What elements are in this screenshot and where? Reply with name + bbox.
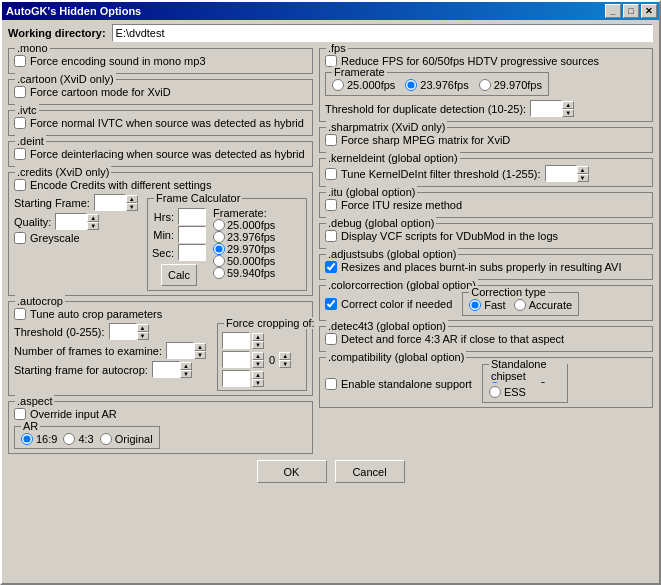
num-frames-spin-down[interactable]: ▼	[194, 351, 206, 359]
fps-radio-25[interactable]	[332, 79, 344, 91]
kerneldeint-spin-up[interactable]: ▲	[577, 166, 589, 174]
force-right-up[interactable]: ▲	[279, 352, 291, 360]
ar-radio-43[interactable]	[63, 433, 75, 445]
quality-spin-down[interactable]: ▼	[87, 222, 99, 230]
ar-43-label: 4:3	[78, 433, 93, 445]
ivtc-checkbox[interactable]	[14, 117, 26, 129]
starting-frame-input[interactable]	[94, 194, 126, 211]
greyscale-checkbox[interactable]	[14, 232, 26, 244]
fps-group: .fps Reduce FPS for 60/50fps HDTV progre…	[319, 48, 653, 122]
compatibility-checkbox[interactable]	[325, 378, 337, 390]
force-top-up[interactable]: ▲	[252, 333, 264, 341]
starting-frame-autocrop-spin-up[interactable]: ▲	[180, 362, 192, 370]
force-bottom-input[interactable]	[222, 351, 250, 368]
force-left-down[interactable]: ▼	[252, 379, 264, 387]
colorcorrection-checkbox[interactable]	[325, 298, 337, 310]
force-right-down[interactable]: ▼	[279, 360, 291, 368]
standalone-ess-radio[interactable]	[489, 386, 501, 398]
maximize-button[interactable]: □	[623, 4, 639, 18]
cancel-button[interactable]: Cancel	[335, 460, 405, 483]
fc-rate-59-label: 59.940fps	[227, 267, 275, 279]
quality-input[interactable]: 20	[55, 213, 87, 230]
deint-checkbox[interactable]	[14, 148, 26, 160]
correction-fast-radio[interactable]	[469, 299, 481, 311]
ar-43-row: 4:3	[63, 433, 93, 445]
correction-accurate-radio[interactable]	[514, 299, 526, 311]
credits-group: .credits (XviD only) Encode Credits with…	[8, 172, 313, 296]
fps-radio-23[interactable]	[405, 79, 417, 91]
sharpmatrix-group: .sharpmatrix (XviD only) Force sharp MPE…	[319, 127, 653, 153]
starting-frame-row: Starting Frame: ▲ ▼	[14, 194, 141, 211]
ar-radio-169[interactable]	[21, 433, 33, 445]
kerneldeint-spin-down[interactable]: ▼	[577, 174, 589, 182]
minimize-button[interactable]: _	[605, 4, 621, 18]
force-crop-group: Force cropping of: 10 ▲ ▼	[217, 323, 307, 391]
fps-radio-29[interactable]	[479, 79, 491, 91]
fps-content: Reduce FPS for 60/50fps HDTV progressive…	[325, 55, 647, 117]
fc-radio-25[interactable]	[213, 219, 225, 231]
compatibility-label: Enable standalone support	[341, 378, 472, 390]
force-left-up[interactable]: ▲	[252, 371, 264, 379]
main-columns: .mono Force encoding sound in mono mp3 .…	[8, 48, 653, 454]
threshold-spin-up[interactable]: ▲	[137, 324, 149, 332]
starting-frame-spin-up[interactable]: ▲	[126, 195, 138, 203]
num-frames-spin-up[interactable]: ▲	[194, 343, 206, 351]
force-top-input[interactable]: 10	[222, 332, 250, 349]
sharpmatrix-checkbox[interactable]	[325, 134, 337, 146]
threshold-dup-spin-up[interactable]: ▲	[562, 101, 574, 109]
fc-min-input[interactable]	[178, 226, 206, 243]
correction-accurate-label: Accurate	[529, 299, 572, 311]
ar-169-label: 16:9	[36, 433, 57, 445]
credits-checkbox[interactable]	[14, 179, 26, 191]
ivtc-content: Force normal IVTC when source was detect…	[14, 117, 307, 129]
num-frames-input[interactable]: 10	[166, 342, 194, 359]
fc-hrs-input[interactable]	[178, 208, 206, 225]
force-bottom-down[interactable]: ▼	[252, 360, 264, 368]
aspect-row: .aspect Override input AR AR	[8, 401, 313, 454]
fc-radio-29[interactable]	[213, 243, 225, 255]
force-bottom-up[interactable]: ▲	[252, 352, 264, 360]
ar-title: AR	[21, 420, 40, 432]
aspect-checkbox[interactable]	[14, 408, 26, 420]
threshold-dup-spin-down[interactable]: ▼	[562, 109, 574, 117]
ok-button[interactable]: OK	[257, 460, 327, 483]
kerneldeint-input[interactable]: 10	[545, 165, 577, 182]
quality-spin-up[interactable]: ▲	[87, 214, 99, 222]
force-top-down[interactable]: ▼	[252, 341, 264, 349]
close-button[interactable]: ✕	[641, 4, 657, 18]
quality-label: Quality:	[14, 216, 51, 228]
ar-radio-orig[interactable]	[100, 433, 112, 445]
starting-frame-spin-down[interactable]: ▼	[126, 203, 138, 211]
detect43-checkbox[interactable]	[325, 333, 337, 345]
num-frames-label: Number of frames to examine:	[14, 345, 162, 357]
main-window: AutoGK's Hidden Options _ □ ✕ Working di…	[0, 0, 661, 585]
starting-frame-autocrop-spin-down[interactable]: ▼	[180, 370, 192, 378]
threshold-dup-input[interactable]: 10	[530, 100, 562, 117]
correction-fast-label: Fast	[484, 299, 505, 311]
left-column: .mono Force encoding sound in mono mp3 .…	[8, 48, 313, 454]
threshold-input[interactable]: 34	[109, 323, 137, 340]
fc-rate-29: 29.970fps	[213, 243, 275, 255]
adjustsubs-checkbox[interactable]	[325, 261, 337, 273]
force-left-input[interactable]: 0	[222, 370, 250, 387]
cartoon-checkbox[interactable]	[14, 86, 26, 98]
calc-button[interactable]: Calc	[161, 264, 197, 286]
debug-checkbox-row: Display VCF scripts for VDubMod in the l…	[325, 230, 647, 242]
aspect-label: Override input AR	[30, 408, 117, 420]
kerneldeint-checkbox[interactable]	[325, 168, 337, 180]
fc-radio-50[interactable]	[213, 255, 225, 267]
fc-radio-59[interactable]	[213, 267, 225, 279]
starting-frame-autocrop-input[interactable]	[152, 361, 180, 378]
threshold-spin-down[interactable]: ▼	[137, 332, 149, 340]
debug-checkbox[interactable]	[325, 230, 337, 242]
itu-group: .itu (global option) Force ITU resize me…	[319, 192, 653, 218]
itu-checkbox[interactable]	[325, 199, 337, 211]
force-crop-inputs: 10 ▲ ▼ ▲	[222, 332, 302, 387]
mono-checkbox[interactable]	[14, 55, 26, 67]
credits-label: Encode Credits with different settings	[30, 179, 211, 191]
working-dir-input[interactable]: E:\dvdtest	[112, 24, 653, 42]
fc-sec-input[interactable]	[178, 244, 206, 261]
ivtc-group: .ivtc Force normal IVTC when source was …	[8, 110, 313, 136]
fc-radio-23[interactable]	[213, 231, 225, 243]
autocrop-checkbox[interactable]	[14, 308, 26, 320]
